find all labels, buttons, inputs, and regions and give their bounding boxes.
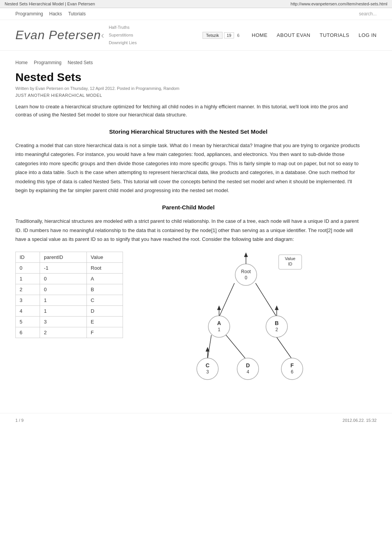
footer-date: 2012.06.22. 15:32: [342, 418, 377, 423]
svg-text:B: B: [275, 320, 279, 326]
nav-tutorials[interactable]: Tutorials: [68, 11, 86, 17]
table-row: 62F: [16, 327, 123, 338]
section2-body: Traditionally, hierarchical structures a…: [15, 217, 361, 244]
svg-text:D: D: [246, 362, 250, 368]
svg-line-20: [208, 335, 211, 359]
top-bar: Programming Hacks Tutorials search...: [0, 8, 392, 20]
svg-point-10: [208, 316, 230, 337]
parent-child-table: IDparentIDValue0-1Root10A20B31C41D53E62F: [15, 252, 123, 338]
section1-heading: Storing Hierarchical Structures with the…: [15, 128, 361, 135]
svg-text:1: 1: [218, 327, 221, 332]
svg-marker-19: [275, 305, 279, 310]
table-row: 53E: [16, 316, 123, 327]
table-row: 31C: [16, 295, 123, 305]
nav-hacks[interactable]: Hacks: [49, 11, 62, 17]
logo-area: Evan Petersen ‹ Half-Truths Superstition…: [15, 24, 145, 46]
table-row: 10A: [16, 273, 123, 284]
tetszik-count: 19: [224, 32, 234, 38]
svg-marker-17: [217, 305, 221, 310]
url-bar: http://www.evanpetersen.com/item/nested-…: [291, 2, 387, 6]
svg-point-26: [237, 358, 259, 380]
header: Evan Petersen ‹ Half-Truths Superstition…: [0, 20, 392, 51]
arrow-icon: ‹: [101, 30, 104, 41]
six-badge: 6: [237, 33, 239, 38]
table-row: 0-1Root: [16, 262, 123, 273]
svg-text:Root: Root: [241, 269, 251, 274]
article-subtitle: JUST ANOTHER HIERARCHICAL MODEL: [15, 93, 361, 98]
section1-body: Creating a model that can store hierarch…: [15, 141, 361, 195]
nav-programming[interactable]: Programming: [15, 11, 43, 17]
main-nav: HOME ABOUT EVAN TUTORIALS LOG IN: [252, 32, 377, 38]
article-title: Nested Sets: [15, 71, 361, 84]
dropdown-labels: Half-Truths Superstitions Downright Lies: [109, 24, 137, 46]
section2-heading: Parent-Child Model: [15, 204, 361, 211]
svg-line-8: [219, 283, 234, 317]
main-content: Nested Sets Written by Evan Petersen on …: [0, 67, 377, 397]
dropdown-item-1[interactable]: Superstitions: [109, 32, 137, 39]
nav-home[interactable]: HOME: [252, 32, 267, 38]
svg-text:2: 2: [276, 327, 278, 332]
article-intro: Learn how to create a hierarchical struc…: [15, 103, 361, 119]
svg-point-3: [235, 264, 257, 285]
svg-text:3: 3: [206, 369, 209, 375]
search-placeholder[interactable]: search...: [359, 11, 377, 17]
header-right: Tetszik 19 6 HOME ABOUT EVAN TUTORIALS L…: [145, 32, 377, 39]
dropdown-item-2[interactable]: Downright Lies: [109, 39, 137, 47]
page-title-bar: Nested Sets Hierarchical Model | Evan Pe…: [5, 2, 95, 6]
breadcrumb: Home Programming Nested Sets: [0, 51, 392, 67]
svg-text:C: C: [206, 362, 209, 368]
breadcrumb-home[interactable]: Home: [15, 60, 28, 65]
tetszik-button[interactable]: Tetszik: [203, 32, 223, 39]
nav-login[interactable]: LOG IN: [359, 32, 377, 38]
page-number: 1 / 9: [15, 418, 23, 423]
svg-point-23: [197, 358, 218, 380]
svg-line-9: [256, 283, 277, 317]
top-nav: Programming Hacks Tutorials: [15, 11, 86, 17]
data-section: IDparentIDValue0-1Root10A20B31C41D53E62F…: [15, 252, 361, 382]
nav-about[interactable]: ABOUT EVAN: [277, 32, 311, 38]
svg-point-29: [281, 358, 303, 380]
svg-text:F: F: [291, 362, 294, 368]
article-meta: Written by Evan Petersen on Thursday, 12…: [15, 86, 361, 91]
svg-text:6: 6: [291, 369, 294, 375]
svg-text:Value: Value: [285, 256, 295, 261]
tree-diagram: Value ID Root 0 A 1 B 2: [138, 252, 361, 382]
footer: 1 / 9 2012.06.22. 15:32: [0, 413, 392, 427]
svg-text:A: A: [217, 320, 221, 326]
table-row: 20B: [16, 284, 123, 295]
breadcrumb-current: Nested Sets: [68, 60, 93, 65]
tetszik-badge: Tetszik 19: [203, 32, 234, 39]
svg-line-21: [226, 335, 246, 359]
svg-text:0: 0: [245, 275, 247, 280]
dropdown-item-0[interactable]: Half-Truths: [109, 24, 137, 32]
svg-text:ID: ID: [288, 262, 292, 266]
svg-line-22: [277, 337, 292, 359]
svg-text:4: 4: [247, 369, 249, 375]
table-row: 41D: [16, 305, 123, 316]
svg-marker-7: [244, 252, 248, 257]
nav-tutorials[interactable]: TUTORIALS: [320, 32, 349, 38]
breadcrumb-programming[interactable]: Programming: [34, 60, 61, 65]
logo: Evan Petersen: [15, 28, 101, 42]
svg-point-13: [266, 316, 287, 337]
